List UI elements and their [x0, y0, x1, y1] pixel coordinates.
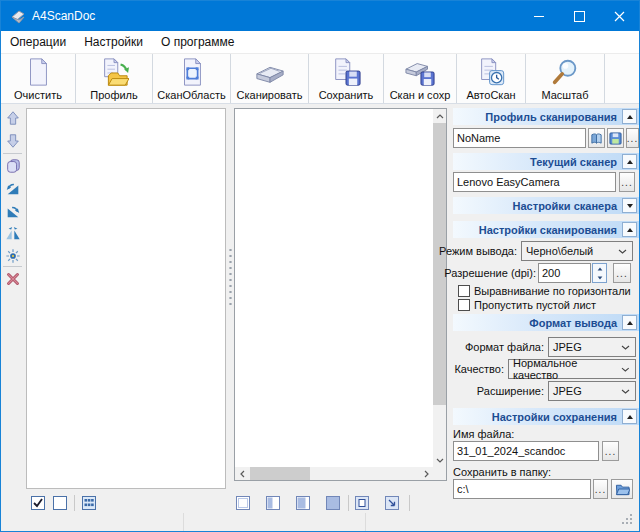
clear-button-label: Очистить	[14, 89, 62, 101]
pages-list-panel[interactable]	[26, 108, 226, 489]
title-bar[interactable]: A4ScanDoc	[1, 1, 639, 31]
thumbnails-view-button[interactable]	[80, 494, 98, 512]
resize-grip[interactable]	[620, 512, 634, 526]
collapse-button[interactable]	[622, 315, 637, 330]
rotate-right-button[interactable]	[4, 203, 22, 221]
save-page-icon	[331, 57, 361, 89]
collapse-button[interactable]	[622, 222, 637, 237]
auto-scan-button[interactable]: АвтоСкан	[457, 54, 525, 103]
collapse-button[interactable]	[622, 409, 637, 424]
main-toolbar: Очистить Профиль СканОбласть Сканировать…	[1, 53, 639, 104]
profile-name-input[interactable]	[453, 128, 586, 148]
save-folder-browse-button[interactable]: ...	[593, 479, 608, 499]
scan-and-save-button[interactable]: Скан и сохр	[384, 54, 456, 103]
view-fill-full-button[interactable]	[324, 494, 341, 511]
rotate-right-icon	[5, 204, 21, 220]
file-format-select[interactable]: JPEG	[548, 337, 636, 357]
skip-blank-checkbox[interactable]	[458, 299, 470, 311]
spinner-down-button[interactable]	[593, 273, 606, 282]
extension-select[interactable]: JPEG	[548, 381, 636, 401]
window-controls	[519, 1, 639, 31]
horizontal-scrollbar[interactable]	[235, 467, 433, 480]
brightness-icon	[5, 248, 21, 264]
horizontal-scrollbar-thumb[interactable]	[250, 467, 310, 480]
toolbar-divider	[604, 54, 605, 103]
divider	[3, 266, 22, 267]
zoom-button[interactable]: Масштаб	[526, 54, 604, 103]
menu-about-label: О программе	[161, 35, 234, 49]
stack-pages-button[interactable]	[4, 157, 22, 175]
menu-about[interactable]: О программе	[152, 31, 243, 53]
rotate-left-button[interactable]	[4, 180, 22, 198]
view-fill-left-button[interactable]	[264, 494, 281, 511]
triangle-up-icon	[627, 321, 633, 325]
menu-operations[interactable]: Операции	[1, 31, 75, 53]
section-title-scanner-settings: Настройки сканера	[513, 200, 617, 212]
profile-save-button[interactable]	[607, 128, 624, 148]
profile-button[interactable]: Профиль	[76, 54, 152, 103]
brightness-button[interactable]	[4, 247, 22, 265]
close-button[interactable]	[599, 1, 639, 31]
scanner-name-input[interactable]	[453, 172, 616, 192]
filename-input[interactable]	[453, 441, 599, 461]
vertical-scrollbar[interactable]	[433, 109, 446, 467]
move-up-button[interactable]	[4, 109, 22, 127]
scroll-left-button[interactable]	[235, 467, 249, 480]
menu-settings-label: Настройки	[84, 35, 143, 49]
scroll-down-button[interactable]	[433, 453, 446, 467]
filename-more-button[interactable]: ...	[602, 441, 619, 461]
section-title-scan-settings: Настройки сканирования	[479, 224, 617, 236]
scanner-select-button[interactable]: ...	[619, 172, 635, 192]
move-up-icon	[5, 110, 21, 126]
section-header-profile: Профиль сканирования	[453, 108, 639, 125]
save-button[interactable]: Сохранить	[309, 54, 383, 103]
deselect-all-button[interactable]	[51, 494, 69, 512]
output-mode-select[interactable]: Черно\белый	[521, 241, 633, 261]
section-header-output-format: Формат вывода	[453, 314, 639, 331]
divider	[74, 495, 75, 511]
expand-button[interactable]	[622, 198, 637, 213]
quality-select[interactable]: Нормальное качество	[508, 359, 636, 379]
collapse-button[interactable]	[622, 154, 637, 169]
view-empty-page-button[interactable]	[234, 494, 251, 511]
profile-load-button[interactable]	[588, 128, 605, 148]
clear-button[interactable]: Очистить	[1, 54, 75, 103]
scroll-right-button[interactable]	[419, 467, 433, 480]
scan-button[interactable]: Сканировать	[231, 54, 308, 103]
skip-blank-label: Пропустить пустой лист	[474, 298, 639, 312]
triangle-down-icon	[597, 276, 602, 279]
profile-more-button[interactable]: ...	[626, 128, 639, 148]
delete-button[interactable]	[4, 270, 22, 288]
scroll-up-button[interactable]	[433, 109, 446, 123]
menu-operations-label: Операции	[10, 35, 66, 49]
align-horizontal-checkbox[interactable]	[458, 285, 470, 297]
ellipsis-label: ...	[605, 446, 616, 457]
view-fill-more-button[interactable]	[294, 494, 311, 511]
panel-splitter[interactable]	[228, 247, 233, 307]
collapse-button[interactable]	[622, 109, 637, 124]
select-all-button[interactable]	[29, 494, 47, 512]
checkbox-empty-icon	[52, 495, 68, 511]
chevron-down-icon	[621, 367, 630, 372]
fit-window-button[interactable]	[383, 494, 400, 511]
chevron-left-icon	[240, 470, 245, 478]
fit-selection-button[interactable]	[353, 494, 370, 511]
menu-settings[interactable]: Настройки	[75, 31, 152, 53]
resolution-spinner[interactable]	[592, 263, 607, 283]
view-fill-full-icon	[325, 495, 341, 511]
minimize-button[interactable]	[519, 1, 559, 31]
resolution-more-button[interactable]: ...	[613, 263, 631, 283]
spinner-up-button[interactable]	[593, 264, 606, 273]
quality-label: Качество:	[424, 359, 504, 379]
auto-scan-button-label: АвтоСкан	[466, 89, 515, 101]
scan-area-button[interactable]: СканОбласть	[153, 54, 230, 103]
maximize-button[interactable]	[559, 1, 599, 31]
move-down-button[interactable]	[4, 132, 22, 150]
save-folder-input[interactable]	[453, 479, 591, 499]
preview-panel[interactable]	[234, 108, 447, 481]
open-folder-button[interactable]	[611, 479, 633, 499]
triangle-up-icon	[597, 267, 602, 270]
resolution-input[interactable]	[538, 263, 591, 283]
flip-button[interactable]	[4, 225, 22, 243]
window-title: A4ScanDoc	[32, 9, 95, 23]
